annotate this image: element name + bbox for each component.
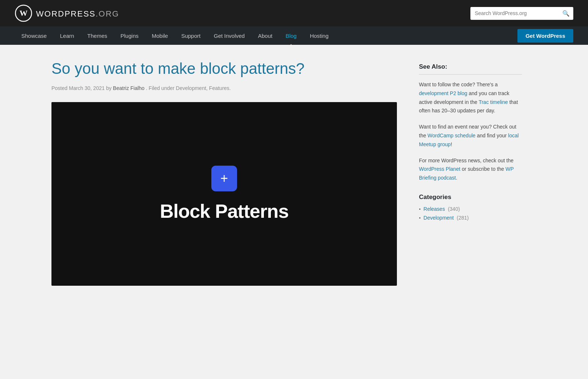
- trac-timeline-link[interactable]: Trac timeline: [478, 99, 508, 105]
- see-also-section: See Also: Want to follow the code? There…: [419, 63, 522, 183]
- nav-link-learn[interactable]: Learn: [53, 28, 80, 44]
- meta-posted: Posted: [51, 85, 68, 91]
- sidebar-para2: Want to find an event near you? Check ou…: [419, 123, 522, 149]
- category-features-link[interactable]: Features: [209, 85, 229, 91]
- nav-links: Showcase Learn Themes Plugins Mobile Sup…: [15, 28, 335, 44]
- author-link[interactable]: Beatriz Fialho: [113, 85, 144, 91]
- get-wordpress-button[interactable]: Get WordPress: [517, 29, 573, 43]
- categories-section: Categories Releases (340) Development (2…: [419, 194, 522, 221]
- svg-text:W: W: [19, 8, 28, 18]
- nav-item-blog[interactable]: Blog: [279, 28, 303, 44]
- article-hero-image: + Block Patterns: [51, 102, 397, 286]
- categories-title: Categories: [419, 194, 522, 201]
- nav-link-get-involved[interactable]: Get Involved: [207, 28, 251, 44]
- nav-link-mobile[interactable]: Mobile: [145, 28, 175, 44]
- search-input[interactable]: [470, 7, 559, 19]
- sidebar-para3: For more WordPress news, check out the W…: [419, 156, 522, 183]
- nav-item-get-involved[interactable]: Get Involved: [207, 28, 251, 44]
- nav-link-showcase[interactable]: Showcase: [15, 28, 53, 44]
- sidebar: See Also: Want to follow the code? There…: [419, 59, 522, 357]
- nav-link-about[interactable]: About: [251, 28, 279, 44]
- search-area: 🔍: [470, 7, 573, 20]
- header-top: W WordPress.org 🔍: [0, 0, 588, 26]
- see-also-title: See Also:: [419, 63, 522, 75]
- main-content: So you want to make block patterns? Post…: [37, 45, 551, 379]
- categories-list: Releases (340) Development (281): [419, 206, 522, 221]
- site-title: WordPress.org: [36, 8, 119, 19]
- block-plus-icon: +: [211, 166, 237, 191]
- nav-item-learn[interactable]: Learn: [53, 28, 80, 44]
- nav-item-about[interactable]: About: [251, 28, 279, 44]
- nav-link-blog[interactable]: Blog: [279, 28, 303, 44]
- nav-link-hosting[interactable]: Hosting: [303, 28, 335, 44]
- block-patterns-image-text: Block Patterns: [160, 200, 288, 222]
- nav-item-plugins[interactable]: Plugins: [114, 28, 145, 44]
- article-area: So you want to make block patterns? Post…: [51, 59, 397, 357]
- category-releases-item: Releases (340): [419, 206, 522, 212]
- nav-link-plugins[interactable]: Plugins: [114, 28, 145, 44]
- nav-item-hosting[interactable]: Hosting: [303, 28, 335, 44]
- category-releases-count: (340): [448, 206, 460, 212]
- nav-item-support[interactable]: Support: [175, 28, 207, 44]
- search-button[interactable]: 🔍: [559, 7, 573, 20]
- wp-planet-link[interactable]: WordPress Planet: [419, 166, 460, 172]
- meta-date: March 30, 2021: [69, 85, 104, 91]
- category-dev-link[interactable]: Development: [423, 215, 454, 221]
- meta-period: .: [229, 85, 231, 91]
- meta-filed: . Filed under: [146, 85, 175, 91]
- category-development-count: (281): [457, 215, 469, 221]
- dev-p2-blog-link[interactable]: development P2 blog: [419, 90, 467, 96]
- nav-item-themes[interactable]: Themes: [81, 28, 114, 44]
- wordcamp-schedule-link[interactable]: WordCamp schedule: [427, 133, 475, 138]
- category-development-link[interactable]: Development: [176, 85, 207, 91]
- nav-item-showcase[interactable]: Showcase: [15, 28, 53, 44]
- logo-area: W WordPress.org: [15, 4, 119, 22]
- sidebar-para1: Want to follow the code? There's a devel…: [419, 80, 522, 115]
- article-meta: Posted March 30, 2021 by Beatriz Fialho …: [51, 85, 397, 91]
- category-development-item: Development (281): [419, 215, 522, 221]
- nav-bar: Showcase Learn Themes Plugins Mobile Sup…: [0, 26, 588, 45]
- nav-link-themes[interactable]: Themes: [81, 28, 114, 44]
- article-title: So you want to make block patterns?: [51, 59, 397, 78]
- category-releases-link[interactable]: Releases: [423, 206, 445, 212]
- nav-link-support[interactable]: Support: [175, 28, 207, 44]
- wordpress-logo-icon: W: [15, 4, 32, 22]
- meta-by: by: [106, 85, 112, 91]
- nav-item-mobile[interactable]: Mobile: [145, 28, 175, 44]
